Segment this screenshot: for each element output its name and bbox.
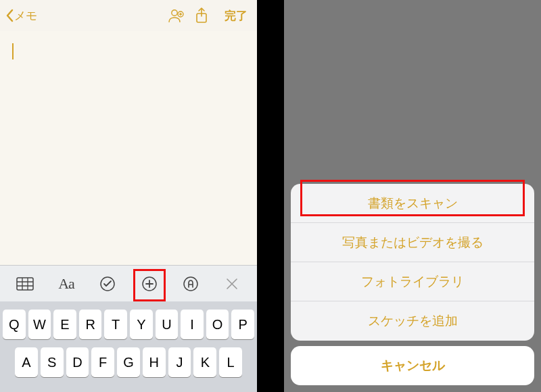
- add-sketch-button[interactable]: スケッチを追加: [291, 301, 534, 341]
- navigation-bar: メモ 完了: [0, 0, 257, 31]
- svg-point-6: [184, 277, 197, 291]
- keyboard: Q W E R T Y U I O P A S D F G H J K L: [0, 301, 257, 392]
- notes-editor-screen: メモ 完了 Aa: [0, 0, 257, 392]
- key[interactable]: W: [28, 310, 51, 339]
- scan-documents-button[interactable]: 書類をスキャン: [291, 184, 534, 223]
- key[interactable]: A: [15, 347, 38, 377]
- key[interactable]: F: [91, 347, 114, 377]
- action-sheet-screen: 書類をスキャン 写真またはビデオを撮る フォトライブラリ スケッチを追加 キャン…: [284, 0, 541, 392]
- back-label: メモ: [14, 8, 37, 24]
- key[interactable]: G: [117, 347, 140, 377]
- key[interactable]: L: [219, 347, 242, 377]
- key[interactable]: P: [231, 310, 254, 339]
- keyboard-row: A S D F G H J K L: [0, 347, 257, 377]
- checklist-icon[interactable]: [91, 270, 124, 297]
- markup-icon[interactable]: [174, 270, 207, 297]
- key[interactable]: I: [181, 310, 204, 339]
- note-text-area[interactable]: [0, 31, 257, 265]
- key[interactable]: Y: [130, 310, 153, 339]
- action-sheet: 書類をスキャン 写真またはビデオを撮る フォトライブラリ スケッチを追加 キャン…: [284, 178, 541, 392]
- key[interactable]: K: [193, 347, 216, 377]
- done-button[interactable]: 完了: [225, 8, 248, 24]
- close-toolbar-icon[interactable]: [216, 270, 248, 297]
- photo-library-button[interactable]: フォトライブラリ: [291, 262, 534, 301]
- svg-rect-3: [17, 278, 33, 290]
- key[interactable]: S: [41, 347, 64, 377]
- keyboard-row: Q W E R T Y U I O P: [0, 310, 257, 339]
- back-button[interactable]: メモ: [5, 8, 37, 24]
- table-icon[interactable]: [9, 270, 41, 297]
- key[interactable]: Q: [3, 310, 26, 339]
- key[interactable]: O: [206, 310, 229, 339]
- format-toolbar: Aa: [0, 265, 257, 301]
- cancel-button[interactable]: キャンセル: [291, 346, 534, 385]
- dimmed-backdrop[interactable]: [284, 0, 541, 178]
- key[interactable]: T: [104, 310, 127, 339]
- svg-point-0: [172, 10, 177, 16]
- chevron-left-icon: [5, 9, 14, 22]
- text-cursor: [12, 43, 14, 59]
- key[interactable]: E: [53, 310, 76, 339]
- share-icon[interactable]: [195, 7, 222, 24]
- key[interactable]: H: [143, 347, 166, 377]
- key[interactable]: J: [168, 347, 191, 377]
- text-format-button[interactable]: Aa: [50, 270, 83, 297]
- add-attachment-icon[interactable]: [133, 270, 166, 297]
- key[interactable]: R: [79, 310, 102, 339]
- take-photo-video-button[interactable]: 写真またはビデオを撮る: [291, 223, 534, 262]
- key[interactable]: U: [156, 310, 179, 339]
- key[interactable]: D: [66, 347, 89, 377]
- add-person-icon[interactable]: [168, 8, 195, 23]
